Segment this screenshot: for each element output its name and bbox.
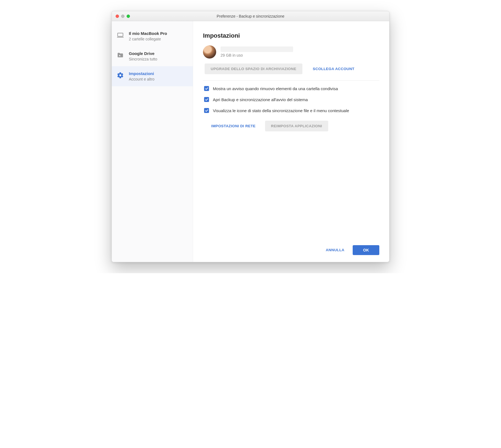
- unlink-account-button[interactable]: SCOLLEGA ACCOUNT: [310, 63, 357, 74]
- checkbox-row-sync-status-icons[interactable]: Visualizza le icone di stato della sincr…: [204, 108, 379, 113]
- window-title: Preferenze - Backup e sincronizzazione: [112, 14, 389, 18]
- checkbox-label: Mostra un avviso quando rimuovo elementi…: [213, 86, 338, 91]
- storage-usage-label: 29 GB in uso: [221, 53, 293, 57]
- checkbox-list: Mostra un avviso quando rimuovo elementi…: [204, 86, 379, 113]
- traffic-lights: [112, 15, 130, 18]
- checkbox-icon: [204, 86, 209, 91]
- sidebar: Il mio MacBook Pro 2 cartelle collegate …: [112, 21, 193, 262]
- sidebar-item-label: Google Drive: [129, 51, 157, 56]
- window-body: Il mio MacBook Pro 2 cartelle collegate …: [112, 21, 389, 262]
- sidebar-item-subtitle: Account e altro: [129, 77, 154, 81]
- cancel-button[interactable]: ANNULLA: [323, 245, 347, 255]
- sidebar-item-label: Impostazioni: [129, 71, 154, 76]
- upgrade-storage-button[interactable]: UPGRADE DELLO SPAZIO DI ARCHIVIAZIONE: [205, 63, 302, 74]
- checkbox-icon: [204, 97, 209, 102]
- titlebar: Preferenze - Backup e sincronizzazione: [112, 11, 389, 21]
- checkbox-row-shared-folder-warning[interactable]: Mostra un avviso quando rimuovo elementi…: [204, 86, 379, 91]
- minimize-window-button[interactable]: [121, 15, 124, 18]
- laptop-icon: [117, 32, 124, 39]
- checkbox-icon: [204, 108, 209, 113]
- sidebar-item-subtitle: Sincronizza tutto: [129, 57, 157, 61]
- avatar: [203, 45, 216, 59]
- sidebar-item-google-drive[interactable]: Google Drive Sincronizza tutto: [112, 46, 193, 66]
- page-title: Impostazioni: [203, 32, 379, 39]
- sidebar-item-settings[interactable]: Impostazioni Account e altro: [112, 66, 193, 86]
- sidebar-item-subtitle: 2 cartelle collegate: [129, 37, 167, 41]
- svg-rect-0: [118, 33, 123, 36]
- maximize-window-button[interactable]: [127, 15, 130, 18]
- close-window-button[interactable]: [116, 15, 119, 18]
- reset-applications-button[interactable]: REIMPOSTA APPLICAZIONI: [265, 121, 328, 131]
- checkbox-label: Apri Backup e sincronizzazione all'avvio…: [213, 97, 308, 102]
- checkbox-row-open-at-startup[interactable]: Apri Backup e sincronizzazione all'avvio…: [204, 97, 379, 102]
- checkbox-label: Visualizza le icone di stato della sincr…: [213, 108, 349, 113]
- drive-folder-icon: [117, 52, 124, 59]
- ok-button[interactable]: OK: [353, 245, 379, 255]
- sidebar-item-my-computer[interactable]: Il mio MacBook Pro 2 cartelle collegate: [112, 26, 193, 46]
- footer: ANNULLA OK: [203, 245, 379, 255]
- network-settings-button[interactable]: IMPOSTAZIONI DI RETE: [208, 121, 258, 131]
- secondary-buttons-row: IMPOSTAZIONI DI RETE REIMPOSTA APPLICAZI…: [208, 121, 379, 131]
- account-buttons-row: UPGRADE DELLO SPAZIO DI ARCHIVIAZIONE SC…: [205, 63, 379, 74]
- account-name-redacted: [221, 46, 293, 52]
- divider: [203, 80, 379, 81]
- account-row: 29 GB in uso: [203, 45, 379, 59]
- preferences-window: Preferenze - Backup e sincronizzazione I…: [112, 11, 389, 262]
- main-panel: Impostazioni 29 GB in uso UPGRADE DELLO …: [193, 21, 389, 262]
- gear-icon: [117, 72, 124, 79]
- sidebar-item-label: Il mio MacBook Pro: [129, 31, 167, 36]
